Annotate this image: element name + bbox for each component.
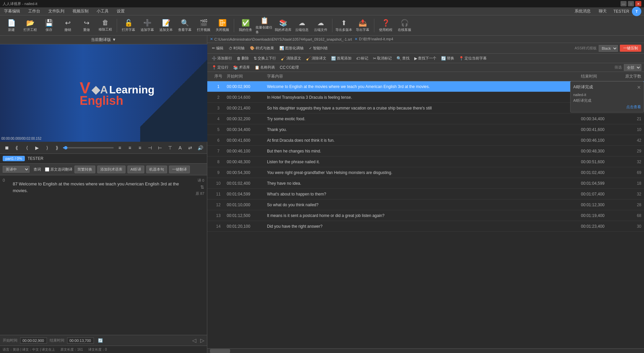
end-time-value[interactable]: 00:00:13,700	[67, 338, 94, 344]
one-key-compress-button[interactable]: 一键压制	[620, 45, 641, 52]
menu-item-workbench[interactable]: 工作台	[27, 8, 42, 15]
menu-item-tools[interactable]: 小工具	[95, 8, 110, 15]
orig-select-checkbox-input[interactable]	[45, 167, 49, 172]
tool-support[interactable]: 🎧在线客服	[396, 17, 413, 34]
table-row[interactable]: 10 00:01:02,400 They have no idea. 00:01…	[207, 178, 644, 189]
tool-save[interactable]: 💾保存	[40, 17, 58, 34]
close-button[interactable]: ✕	[635, 1, 641, 6]
tool-export-versions[interactable]: ⬆导出多版本	[335, 17, 353, 34]
next-subtitle-btn[interactable]: ▷	[200, 337, 204, 344]
play-button[interactable]: ▶	[33, 144, 41, 152]
lookup-btn[interactable]: 查词	[32, 165, 43, 173]
tool-remove-project[interactable]: 🗑移除工程	[97, 17, 114, 34]
tool-batch-create[interactable]: 📋批量创建任务	[256, 17, 273, 34]
tool-cloud-info[interactable]: ☁云端信息	[293, 17, 311, 34]
add-new-row-btn[interactable]: ➕ 添加新行	[210, 55, 234, 61]
tab-timeline[interactable]: ⏱ 时间轴	[227, 45, 247, 52]
subtitle-align-6[interactable]: ⊤	[166, 144, 174, 152]
table-row[interactable]: 8 00:00:48,300 Listen for the phrase nai…	[207, 157, 644, 167]
ai-popup-view-link[interactable]: 点击查看	[573, 104, 641, 109]
file-close-1[interactable]: ✕	[210, 37, 213, 41]
menu-item-subtitle-edit[interactable]: 字幕编辑	[3, 8, 21, 15]
rewind-button[interactable]: ⟪	[13, 144, 21, 152]
mark-btn[interactable]: 🏷 标记	[355, 55, 370, 61]
font-size-btn[interactable]: A	[176, 144, 184, 152]
table-row[interactable]: 7 00:00:46,100 But then he changes his m…	[207, 146, 644, 157]
table-row[interactable]: 5 00:00:34,400 Thank you. 00:00:41,600 1…	[207, 124, 644, 135]
machine-translate-btn[interactable]: 机器本句	[146, 166, 167, 173]
fast-forward-button[interactable]: ⟫	[53, 144, 61, 152]
step-forward-button[interactable]: ⟩	[43, 144, 51, 152]
menu-item-chat[interactable]: 聊天	[597, 8, 608, 15]
tool-export-subtitle[interactable]: 📤导出字幕	[354, 17, 371, 34]
table-row[interactable]: 14 00:01:20,100 Did you have the right a…	[207, 221, 644, 232]
tool-open-video[interactable]: 🎬打开视频	[195, 17, 212, 34]
prev-subtitle-btn[interactable]: ◁	[192, 337, 196, 344]
subtitle-table-body[interactable]: AI听译完成 ✕ nailed-itAI听译完成 点击查看 1 00:00:02…	[207, 81, 644, 348]
tool-my-tasks[interactable]: ✅我的任务	[237, 17, 254, 34]
head-tail-add-btn[interactable]: 🔚 首尾添加	[329, 55, 353, 61]
unmark-btn[interactable]: ✂ 取消标记	[371, 55, 393, 61]
menu-item-settings[interactable]: 设置	[115, 8, 126, 15]
video-player[interactable]: V ◆A Learning English 00:00:00.000/00:02…	[0, 44, 207, 142]
clear-orig-btn[interactable]: 🧹 清除原文	[279, 55, 303, 61]
tab-smart-correct[interactable]: ✓ 智能纠错	[307, 45, 330, 52]
mirror-btn[interactable]: ⇄	[186, 144, 194, 152]
step-back-button[interactable]: ⟨	[23, 144, 31, 152]
table-row[interactable]: 12 00:01:10,000 So what do you think nai…	[207, 200, 644, 210]
orig-select-translate-checkbox[interactable]: 原文选词翻译	[45, 167, 72, 172]
tab-graphic-adjust[interactable]: 📊 图形化调轴	[277, 45, 306, 52]
original-text[interactable]: 87 Welcome to English at the movies wher…	[10, 178, 190, 196]
tab-style-effects[interactable]: 🎨 样式与效果	[248, 45, 276, 52]
language-select[interactable]: 英译中	[3, 166, 30, 173]
subtitle-align-4[interactable]: ⊣	[146, 144, 154, 152]
menu-item-system-msg[interactable]: 系统消息	[573, 8, 592, 15]
maximize-button[interactable]: □	[628, 1, 634, 6]
tool-new[interactable]: 📄新建	[3, 17, 20, 34]
horizontal-scrollbar[interactable]	[207, 348, 644, 353]
one-key-translate-btn[interactable]: 一键翻译	[169, 166, 190, 173]
filter-select[interactable]: 全部	[624, 64, 641, 71]
minimize-button[interactable]: —	[621, 1, 627, 6]
menu-item-file-queue[interactable]: 文件队列	[47, 8, 66, 15]
tool-open-project[interactable]: 📂打开工程	[21, 17, 39, 34]
cc-process-btn[interactable]: CC CC处理	[278, 64, 301, 71]
subtitle-align-2[interactable]: ≡	[126, 144, 134, 152]
tool-view-subtitle[interactable]: 🔍查看字幕	[176, 17, 194, 34]
subtitle-align-3[interactable]: ≡	[136, 144, 144, 152]
tool-append-text[interactable]: 📝追加文本	[157, 17, 175, 34]
volume-btn[interactable]: 🔊	[196, 144, 204, 152]
tool-redo[interactable]: ↪重做	[78, 17, 95, 34]
stop-button[interactable]: ⏹	[3, 144, 11, 152]
locate-row-btn[interactable]: 📍 定位行	[210, 64, 230, 71]
loop-icon[interactable]: 🔄	[98, 338, 103, 343]
term-library-btn[interactable]: 📚 术语库	[231, 64, 252, 71]
ass-style-select[interactable]: Black	[599, 45, 618, 52]
ai-popup-close-btn[interactable]: ✕	[637, 85, 641, 90]
clear-trans-btn[interactable]: 🧹 清除译文	[304, 55, 328, 61]
delete-btn[interactable]: 🗑 删除	[235, 55, 251, 61]
add-term-btn[interactable]: 添加到术语库	[97, 166, 125, 173]
trans-version-header[interactable]: 当前翻译版 ▼	[0, 36, 207, 44]
table-row[interactable]: 13 00:01:12,500 It means is it sent a po…	[207, 210, 644, 221]
replace-btn[interactable]: 🔄 替换	[439, 55, 456, 61]
tool-close-video[interactable]: 📴关闭视频	[214, 17, 231, 34]
tool-my-terms[interactable]: 📚我的术语库	[274, 17, 292, 34]
name-list-btn[interactable]: 📋 名称列表	[253, 64, 277, 71]
simp-trad-btn[interactable]: 简繁转换	[74, 166, 95, 173]
tool-help[interactable]: ❓使用程程	[377, 17, 394, 34]
tool-open-subtitle[interactable]: 🔓打开字幕	[120, 17, 137, 34]
table-row[interactable]: 9 00:00:54,300 You were right great-gran…	[207, 167, 644, 178]
table-row[interactable]: 11 00:01:04,599 What's about to happen t…	[207, 189, 644, 200]
subtitle-align-5[interactable]: ⊢	[156, 144, 164, 152]
tool-cloud-files[interactable]: ☁云端文件	[312, 17, 329, 34]
locate-subtitle-btn[interactable]: 📍 定位当前字幕	[457, 55, 488, 61]
table-row[interactable]: 4 00:00:32,200 Try some exotic food. 00:…	[207, 114, 644, 124]
tool-append-subtitle[interactable]: ➕追加字幕	[139, 17, 156, 34]
start-time-value[interactable]: 00:00:02,900	[20, 338, 47, 344]
file-close-2[interactable]: ✕	[355, 37, 358, 41]
progress-bar[interactable]	[63, 147, 114, 148]
swap-rows-btn[interactable]: ⇅ 交换上下行	[252, 55, 278, 61]
find-next-btn[interactable]: ▶ 查找下一个	[413, 55, 438, 61]
swap-icon[interactable]: ⇅	[200, 184, 204, 190]
